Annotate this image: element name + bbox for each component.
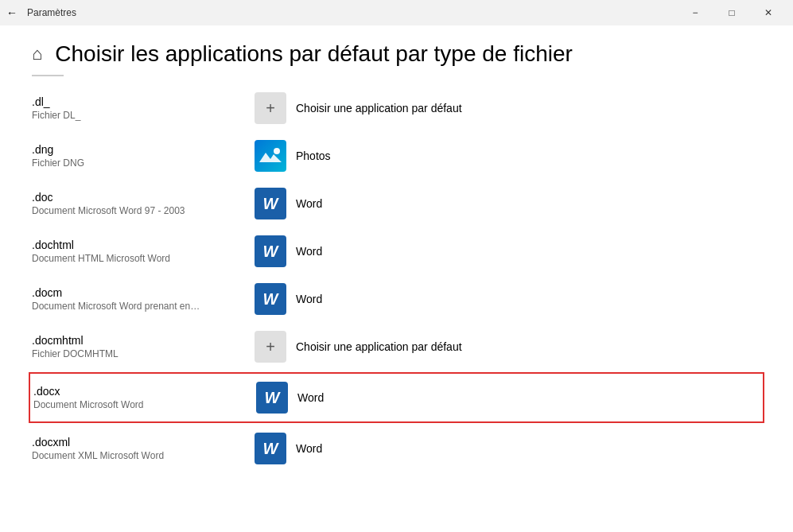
file-extension: .dng xyxy=(32,143,255,156)
table-row[interactable]: .docxml Document XML Microsoft Word W Wo… xyxy=(32,425,761,472)
table-row[interactable]: .dochtml Document HTML Microsoft Word W … xyxy=(32,227,761,275)
app-icon-word[interactable]: W xyxy=(255,283,286,315)
file-extension: .docmhtml xyxy=(32,334,255,347)
app-name: Word xyxy=(297,391,324,404)
file-description: Document HTML Microsoft Word xyxy=(32,253,255,264)
svg-marker-1 xyxy=(259,153,282,162)
app-section[interactable]: W Word xyxy=(255,188,322,219)
title-bar-controls: − □ ✕ xyxy=(677,0,787,25)
app-section[interactable]: W Word xyxy=(255,283,322,315)
file-info: .docx Document Microsoft Word xyxy=(33,385,256,410)
table-row[interactable]: .docm Document Microsoft Word prenant en… xyxy=(32,275,761,323)
file-info: .docm Document Microsoft Word prenant en… xyxy=(32,286,255,312)
app-section[interactable]: W Word xyxy=(256,382,324,414)
app-name: Choisir une application par défaut xyxy=(296,102,462,115)
app-name: Word xyxy=(296,442,322,455)
app-name: Photos xyxy=(296,150,331,162)
file-description: Fichier DL_ xyxy=(32,110,255,121)
table-row[interactable]: .dng Fichier DNG Photos xyxy=(32,132,761,180)
table-row[interactable]: .dl_ Fichier DL_ + Choisir une applicati… xyxy=(32,84,761,132)
app-name: Word xyxy=(296,245,322,258)
app-icon-word[interactable]: W xyxy=(256,382,288,414)
title-bar-left: ← Paramètres xyxy=(6,6,677,19)
file-description: Fichier DNG xyxy=(32,157,255,169)
table-row[interactable]: .doc Document Microsoft Word 97 - 2003 W… xyxy=(32,180,761,227)
app-icon-photos[interactable] xyxy=(255,140,286,172)
file-description: Document Microsoft Word xyxy=(33,399,256,410)
app-name: Choisir une application par défaut xyxy=(296,340,462,353)
app-section[interactable]: W Word xyxy=(255,433,322,464)
file-info: .docmhtml Fichier DOCMHTML xyxy=(32,334,255,359)
app-icon-plus[interactable]: + xyxy=(255,331,286,363)
word-w-letter: W xyxy=(263,243,278,261)
file-extension: .docxml xyxy=(32,436,255,449)
file-description: Document Microsoft Word prenant en… xyxy=(32,301,255,312)
maximize-button[interactable]: □ xyxy=(713,0,750,25)
svg-rect-0 xyxy=(259,145,282,167)
file-extension: .dl_ xyxy=(32,95,255,108)
file-description: Document XML Microsoft Word xyxy=(32,450,255,461)
file-description: Fichier DOCMHTML xyxy=(32,348,255,359)
app-icon-word[interactable]: W xyxy=(255,235,286,267)
app-name: Word xyxy=(296,197,322,210)
app-icon-plus[interactable]: + xyxy=(255,92,286,124)
app-section[interactable]: + Choisir une application par défaut xyxy=(255,331,462,363)
app-icon-word[interactable]: W xyxy=(255,188,286,219)
title-bar: ← Paramètres − □ ✕ xyxy=(0,0,793,25)
page-title: Choisir les applications par défaut par … xyxy=(55,41,573,67)
word-w-letter: W xyxy=(263,290,278,309)
main-content: ⌂ Choisir les applications par défaut pa… xyxy=(0,25,793,532)
app-section[interactable]: Photos xyxy=(255,140,331,172)
file-info: .dng Fichier DNG xyxy=(32,143,255,169)
page-header: ⌂ Choisir les applications par défaut pa… xyxy=(0,25,793,75)
file-info: .dochtml Document HTML Microsoft Word xyxy=(32,239,255,264)
word-w-letter: W xyxy=(263,195,278,213)
file-info: .dl_ Fichier DL_ xyxy=(32,95,255,121)
file-extension: .dochtml xyxy=(32,239,255,251)
file-description: Document Microsoft Word 97 - 2003 xyxy=(32,205,255,216)
file-type-list[interactable]: .dl_ Fichier DL_ + Choisir une applicati… xyxy=(0,76,793,532)
minimize-button[interactable]: − xyxy=(677,0,713,25)
home-icon[interactable]: ⌂ xyxy=(32,44,42,64)
close-button[interactable]: ✕ xyxy=(750,0,787,25)
table-row[interactable]: .docmhtml Fichier DOCMHTML + Choisir une… xyxy=(32,323,761,371)
file-extension: .docm xyxy=(32,286,255,299)
svg-point-2 xyxy=(274,148,280,154)
app-section[interactable]: + Choisir une application par défaut xyxy=(255,92,462,124)
file-extension: .doc xyxy=(32,191,255,204)
app-section[interactable]: W Word xyxy=(255,235,322,267)
title-bar-title: Paramètres xyxy=(27,7,76,18)
back-button[interactable]: ← xyxy=(6,6,17,19)
app-name: Word xyxy=(296,293,322,305)
file-extension: .docx xyxy=(33,385,256,398)
table-row-highlighted[interactable]: .docx Document Microsoft Word W Word xyxy=(29,372,764,423)
file-info: .doc Document Microsoft Word 97 - 2003 xyxy=(32,191,255,216)
word-w-letter: W xyxy=(263,440,278,458)
app-icon-word[interactable]: W xyxy=(255,433,286,464)
word-w-letter: W xyxy=(265,389,280,407)
file-info: .docxml Document XML Microsoft Word xyxy=(32,436,255,461)
